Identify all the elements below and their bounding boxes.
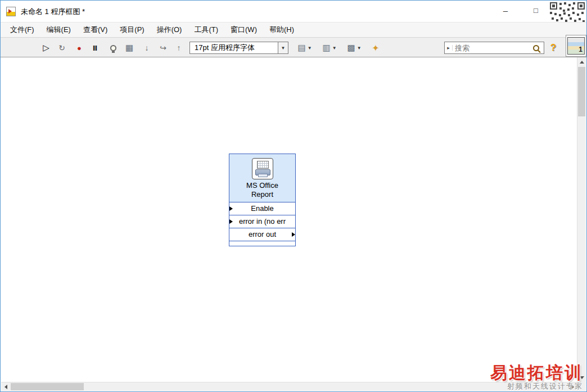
block-diagram-canvas[interactable]: MS Office Report Enable error in (no err…: [1, 57, 577, 382]
menubar: 文件(F) 编辑(E) 查看(V) 项目(P) 操作(O) 工具(T) 窗口(W…: [1, 22, 586, 37]
output-terminal-icon: [292, 232, 295, 237]
run-icon: ▷: [43, 43, 49, 53]
scrollbar-corner: [577, 382, 586, 391]
font-selector[interactable]: 17pt 应用程序字体 ▼: [189, 42, 288, 54]
vertical-scrollbar-thumb[interactable]: [578, 67, 585, 116]
abort-icon: ●: [77, 44, 82, 52]
run-continuously-button[interactable]: ↻: [55, 40, 69, 55]
abort-button[interactable]: ●: [72, 40, 87, 55]
express-vi-footer: [229, 241, 295, 246]
express-vi-ms-office-report[interactable]: MS Office Report Enable error in (no err…: [229, 154, 296, 246]
terminal-row-error-out[interactable]: error out: [229, 228, 295, 241]
search-scope-dropdown[interactable]: ▸: [445, 45, 453, 51]
scroll-right-button[interactable]: [568, 382, 577, 391]
menu-help[interactable]: 帮助(H): [263, 22, 300, 37]
terminal-label: Enable: [251, 204, 273, 213]
express-vi-title-line2: Report: [231, 190, 294, 199]
input-terminal-icon: [229, 206, 233, 211]
window-title: 未命名 1 程序框图 *: [21, 7, 85, 17]
distribute-objects-icon: ▥: [322, 43, 330, 53]
input-terminal-icon: [229, 219, 233, 224]
align-objects-icon: ▤: [297, 43, 305, 53]
express-vi-header[interactable]: MS Office Report: [229, 154, 295, 202]
printer-tray: [258, 174, 268, 177]
menu-project[interactable]: 项目(P): [114, 22, 150, 37]
horizontal-scrollbar-thumb[interactable]: [11, 383, 84, 390]
chevron-down-icon: ▼: [357, 46, 362, 51]
labview-app-icon: [6, 7, 16, 16]
triangle-up-icon: [580, 61, 584, 64]
reorder-icon: ▩: [347, 43, 355, 53]
menu-file[interactable]: 文件(F): [4, 22, 40, 37]
font-selector-caret[interactable]: ▼: [278, 42, 288, 53]
help-button[interactable]: ?: [547, 40, 560, 55]
terminal-label: error out: [249, 230, 276, 238]
align-objects-button[interactable]: ▤ ▼: [294, 40, 315, 55]
step-over-button[interactable]: ↪: [156, 40, 170, 55]
pause-button[interactable]: Ⅱ: [88, 40, 102, 55]
vertical-scrollbar[interactable]: [577, 57, 586, 382]
cleanup-diagram-icon: ✦: [372, 43, 379, 53]
labview-window: 未命名 1 程序框图 * – □ ×: [0, 0, 587, 392]
chevron-down-icon: ▼: [308, 46, 312, 51]
terminal-row-enable[interactable]: Enable: [229, 202, 295, 215]
report-printer-icon: [252, 158, 273, 179]
triangle-left-icon: [4, 385, 7, 389]
retain-wire-values-button[interactable]: ▦: [122, 40, 137, 55]
menu-operate[interactable]: 操作(O): [151, 22, 188, 37]
font-selector-label: 17pt 应用程序字体: [190, 43, 278, 53]
vi-icon-pane[interactable]: 1: [566, 35, 586, 57]
chevron-down-icon: ▼: [281, 46, 286, 51]
cleanup-diagram-button[interactable]: ✦: [368, 40, 383, 55]
step-over-icon: ↪: [160, 43, 166, 52]
step-into-button[interactable]: ↓: [139, 40, 154, 55]
terminal-row-error-in[interactable]: error in (no err: [229, 215, 295, 228]
highlight-execution-button[interactable]: [106, 40, 120, 55]
menu-tools[interactable]: 工具(T): [188, 22, 224, 37]
chevron-down-icon: ▼: [332, 46, 337, 51]
terminal-label: error in (no err: [239, 217, 286, 226]
menu-window[interactable]: 窗口(W): [224, 22, 263, 37]
triangle-down-icon: [580, 376, 584, 379]
titlebar: 未命名 1 程序框图 * – □ ×: [1, 1, 586, 22]
search-icon[interactable]: [533, 45, 539, 51]
express-vi-title-line1: MS Office: [231, 181, 294, 190]
distribute-objects-button[interactable]: ▥ ▼: [319, 40, 340, 55]
search-input[interactable]: [453, 44, 533, 52]
step-out-button[interactable]: ↑: [171, 40, 186, 55]
run-continuously-icon: ↻: [58, 43, 65, 52]
reorder-button[interactable]: ▩ ▼: [344, 40, 365, 55]
search-box[interactable]: ▸: [444, 42, 544, 54]
printer-paper: [257, 161, 269, 169]
retain-wire-values-icon: ▦: [125, 43, 133, 53]
vi-icon: 1: [567, 37, 585, 55]
menu-view[interactable]: 查看(V): [77, 22, 114, 37]
triangle-right-icon: [571, 385, 574, 389]
scroll-up-button[interactable]: [577, 57, 586, 66]
run-button[interactable]: ▷: [39, 40, 53, 55]
horizontal-scrollbar[interactable]: [1, 382, 577, 391]
pause-icon: Ⅱ: [93, 44, 98, 52]
scroll-left-button[interactable]: [1, 382, 10, 391]
step-into-icon: ↓: [145, 43, 149, 52]
step-out-icon: ↑: [177, 43, 181, 52]
lightbulb-icon: [110, 45, 116, 51]
menu-edit[interactable]: 编辑(E): [40, 22, 77, 37]
toolbar: ▷ ↻ ● Ⅱ ▦ ↓ ↪ ↑ 17pt 应用程序字体 ▼: [1, 37, 586, 57]
minimize-button[interactable]: –: [498, 4, 513, 17]
scroll-down-button[interactable]: [577, 373, 586, 382]
maximize-button[interactable]: □: [528, 4, 544, 17]
